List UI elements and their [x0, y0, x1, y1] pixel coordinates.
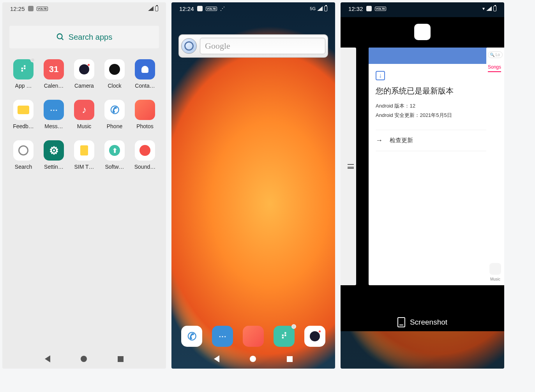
dock-messages[interactable]: [212, 326, 233, 347]
sim-icon: [74, 140, 94, 161]
nav-recents-button[interactable]: [287, 356, 293, 362]
svg-point-0: [57, 34, 62, 39]
app-conta[interactable]: Conta…: [131, 59, 159, 89]
feedback-icon: [13, 100, 34, 120]
recents-card-music[interactable]: 🔍 Lo Songs Music: [486, 48, 504, 285]
appmarket-icon: [13, 59, 34, 79]
music-icon: [74, 100, 94, 120]
nav-back-button[interactable]: [214, 355, 219, 362]
list-icon: [348, 164, 354, 169]
home-screen: 12:24 VOLTE ⋰ 5G Google: [171, 2, 335, 369]
card-header: [369, 48, 493, 64]
arrow-right-icon: [376, 136, 383, 145]
network-label: 5G: [310, 6, 316, 11]
search-icon: [56, 33, 65, 41]
app-music[interactable]: Music: [70, 100, 98, 129]
mini-search-field[interactable]: 🔍 Lo: [488, 51, 503, 58]
app-app[interactable]: App …: [9, 59, 37, 89]
app-label: Feedb…: [13, 123, 34, 129]
dock-appmarket[interactable]: [274, 326, 295, 347]
app-search[interactable]: Search: [9, 140, 37, 170]
app-simt[interactable]: SIM T…: [70, 140, 98, 170]
camera-icon: [74, 59, 94, 79]
music-label: Music: [488, 277, 503, 281]
volte-icon: VOLTE: [375, 7, 387, 11]
app-camera[interactable]: Camera: [70, 59, 98, 89]
status-time: 12:25: [10, 5, 25, 12]
nav-back-button[interactable]: [45, 355, 50, 362]
photos-icon: [135, 100, 155, 120]
battery-icon: [155, 6, 158, 11]
check-update-row[interactable]: 检查更新: [376, 130, 486, 151]
app-softw[interactable]: Softw…: [101, 140, 129, 170]
dock-phone[interactable]: [181, 326, 202, 347]
dock: [171, 326, 335, 347]
app-label: Music: [77, 123, 92, 129]
app-label: Phone: [107, 123, 122, 129]
update-title: 您的系统已是最新版本: [376, 86, 486, 96]
battery-icon: [493, 6, 496, 11]
app-label: Search: [15, 164, 32, 170]
search-apps-bar[interactable]: Search apps: [9, 26, 159, 48]
screenshot-button[interactable]: Screenshot: [397, 317, 447, 327]
signal-icon: [486, 6, 492, 11]
google-search-field[interactable]: Google: [200, 38, 325, 54]
songs-tab[interactable]: Songs: [488, 64, 501, 72]
app-label: Sound…: [134, 164, 155, 170]
app-mess[interactable]: Mess…: [40, 100, 68, 129]
update-security-patch: Android 安全更新：2021年5月5日: [376, 112, 486, 119]
search-icon: [13, 140, 34, 161]
software-icon: [104, 140, 125, 161]
task-app-icon[interactable]: [414, 24, 431, 40]
app-label: SIM T…: [74, 164, 94, 170]
volte-icon: VOLTE: [206, 7, 217, 11]
nav-bar: [171, 349, 335, 369]
recents-card-left[interactable]: [341, 48, 356, 285]
wifi-icon: ⋰: [220, 6, 225, 11]
notification-dot: [30, 58, 35, 62]
settings-icon: [44, 140, 64, 161]
app-clock[interactable]: Clock: [101, 59, 129, 89]
messages-icon: [44, 100, 64, 120]
app-label: App …: [15, 83, 32, 89]
status-bar: 12:25 VOLTE: [2, 2, 166, 15]
app-drawer-screen: 12:25 VOLTE Search apps App …31Calen…Cam…: [2, 2, 166, 369]
wifi-icon: ▾: [482, 6, 485, 11]
signal-icon: [317, 6, 323, 11]
nav-home-button[interactable]: [81, 356, 87, 362]
search-icon: [181, 38, 197, 54]
app-grid: App …31Calen…CameraClockConta…Feedb…Mess…: [2, 52, 166, 177]
app-feedb[interactable]: Feedb…: [9, 100, 37, 129]
nav-home-button[interactable]: [250, 356, 256, 362]
app-label: Camera: [74, 83, 94, 89]
recents-card-system-update[interactable]: 您的系统已是最新版本 Android 版本：12 Android 安全更新：20…: [369, 48, 493, 285]
app-sound[interactable]: Sound…: [131, 140, 159, 170]
sound-icon: [135, 140, 155, 161]
dock-camera[interactable]: [304, 326, 325, 347]
svg-line-1: [62, 38, 64, 40]
app-label: Photos: [136, 123, 154, 129]
signal-icon: [148, 6, 154, 11]
dock-photos[interactable]: [243, 326, 264, 347]
screenshot-icon: [397, 317, 405, 327]
app-label: Settin…: [44, 164, 64, 170]
status-time: 12:32: [348, 5, 363, 12]
notification-icon: [366, 6, 372, 11]
check-update-label: 检查更新: [390, 137, 413, 144]
app-photos[interactable]: Photos: [131, 100, 159, 129]
contacts-icon: [135, 59, 155, 79]
status-time: 12:24: [179, 5, 194, 12]
battery-icon: [324, 6, 327, 11]
app-calen[interactable]: 31Calen…: [40, 59, 68, 89]
notification-dot: [291, 324, 296, 329]
status-bar: 12:24 VOLTE ⋰ 5G: [171, 2, 335, 15]
nav-recents-button[interactable]: [118, 356, 124, 362]
search-apps-label: Search apps: [69, 33, 112, 42]
notification-icon: [28, 6, 34, 11]
music-icon: [489, 263, 501, 275]
app-settin[interactable]: Settin…: [40, 140, 68, 170]
update-android-version: Android 版本：12: [376, 102, 486, 109]
recents-screen: 12:32 VOLTE ▾ 您的系统已是最新版本 Android 版本：12 A…: [341, 2, 504, 369]
google-search-widget[interactable]: Google: [178, 34, 328, 58]
app-phone[interactable]: Phone: [101, 100, 129, 129]
